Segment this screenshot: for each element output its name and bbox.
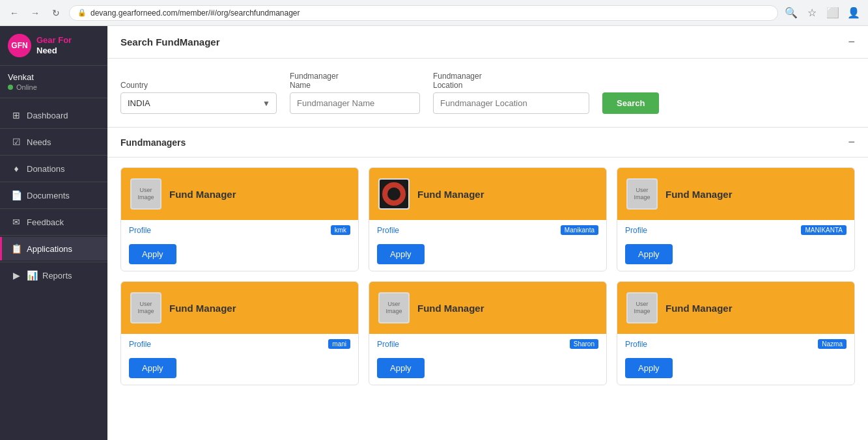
sidebar-item-applications[interactable]: 📋 Applications	[0, 237, 107, 260]
card-header-6: UserImage Fund Manager	[617, 282, 854, 334]
user-status: Online	[8, 83, 100, 91]
apply-button-1[interactable]: Apply	[129, 244, 176, 264]
username-badge-2: Manikanta	[561, 225, 598, 235]
card-header-4: UserImage Fund Manager	[121, 282, 358, 334]
apply-button-6[interactable]: Apply	[625, 358, 673, 378]
username-badge-6: Nazma	[818, 339, 847, 349]
sidebar-navigation: ⊞ Dashboard ☑ Needs ♦ Donations 📄 Docume…	[0, 98, 107, 440]
status-dot	[8, 85, 13, 90]
card-footer-1: Apply	[121, 240, 358, 271]
app-container: GFN Gear For Need Venkat Online ⊞ Dashbo…	[0, 26, 868, 440]
avatar-5: UserImage	[378, 292, 410, 323]
apply-button-3[interactable]: Apply	[625, 244, 673, 264]
browser-chrome: ← → ↻ 🔒 devang.gearforneed.com/member/#/…	[0, 0, 868, 26]
username-badge-3: MANIKANTA	[801, 225, 847, 235]
divider-1	[0, 128, 107, 129]
manager-name-5: Fund Manager	[417, 303, 484, 314]
profile-link-6[interactable]: Profile	[625, 340, 647, 349]
profile-icon-btn[interactable]: 👤	[846, 5, 861, 21]
country-select-wrapper: INDIA USA UK Canada Australia ▼	[120, 92, 277, 114]
dashboard-icon: ⊞	[11, 110, 21, 120]
card-footer-3: Apply	[617, 240, 854, 271]
status-text: Online	[16, 83, 37, 91]
search-form-section: Country INDIA USA UK Canada Australia ▼ …	[107, 59, 868, 128]
fundmanager-location-input[interactable]	[433, 92, 589, 114]
fund-card-4: UserImage Fund Manager Profile mani Appl…	[120, 281, 359, 385]
card-body-3: Profile MANIKANTA	[617, 220, 854, 240]
sidebar-item-documents[interactable]: 📄 Documents	[0, 184, 107, 207]
applications-icon: 📋	[11, 243, 21, 254]
manager-name-6: Fund Manager	[665, 303, 733, 314]
search-title: Search FundManager	[120, 36, 220, 48]
username-badge-1: kmk	[331, 225, 350, 235]
fund-card-2: Fund Manager Profile Manikanta Apply	[369, 167, 607, 271]
fund-card-5: UserImage Fund Manager Profile Sharon Ap…	[369, 281, 607, 385]
sidebar-label-reports: Reports	[42, 271, 72, 281]
card-header-1: UserImage Fund Manager	[121, 168, 358, 220]
fundmanagers-title: Fundmanagers	[120, 137, 186, 148]
card-footer-6: Apply	[617, 354, 854, 385]
donations-icon: ♦	[11, 163, 21, 174]
search-form: Country INDIA USA UK Canada Australia ▼ …	[120, 72, 855, 114]
fund-card-6: UserImage Fund Manager Profile Nazma App…	[617, 281, 855, 385]
sidebar-item-dashboard[interactable]: ⊞ Dashboard	[0, 103, 107, 127]
divider-2	[0, 155, 107, 156]
lock-icon: 🔒	[77, 8, 87, 17]
sidebar-label-documents: Documents	[27, 191, 70, 200]
logo-icon: GFN	[8, 34, 31, 57]
divider-6	[0, 262, 107, 262]
sidebar-label-donations: Donations	[27, 164, 65, 174]
sidebar-label-applications: Applications	[27, 244, 72, 254]
manager-name-2: Fund Manager	[417, 189, 484, 200]
refresh-button[interactable]: ↻	[48, 5, 64, 21]
sidebar-label-dashboard: Dashboard	[27, 111, 68, 120]
sidebar-item-feedback[interactable]: ✉ Feedback	[0, 210, 107, 234]
profile-link-3[interactable]: Profile	[625, 226, 647, 235]
apply-button-4[interactable]: Apply	[129, 358, 176, 378]
search-icon-btn[interactable]: 🔍	[783, 5, 799, 21]
avatar-4: UserImage	[130, 292, 161, 323]
sidebar-item-reports[interactable]: ▶ 📊 Reports	[0, 264, 107, 287]
split-icon-btn[interactable]: ⬜	[825, 5, 841, 21]
sidebar-item-needs[interactable]: ☑ Needs	[0, 130, 107, 154]
fundmanagers-close-button[interactable]: −	[848, 135, 855, 149]
feedback-icon: ✉	[11, 217, 21, 227]
fund-card-1: UserImage Fund Manager Profile kmk Apply	[120, 167, 359, 271]
address-bar[interactable]: 🔒 devang.gearforneed.com/member/#/org/se…	[69, 5, 778, 21]
card-header-2: Fund Manager	[369, 168, 606, 220]
card-footer-5: Apply	[369, 354, 606, 385]
profile-link-5[interactable]: Profile	[377, 340, 399, 349]
divider-4	[0, 208, 107, 209]
donut-shape	[382, 182, 406, 206]
fundmanager-location-label: FundmanagerLocation	[433, 72, 589, 90]
search-close-button[interactable]: −	[848, 35, 855, 49]
card-footer-4: Apply	[121, 354, 358, 385]
profile-link-4[interactable]: Profile	[129, 340, 151, 349]
apply-button-5[interactable]: Apply	[377, 358, 425, 378]
back-button[interactable]: ←	[7, 5, 22, 21]
user-info: Venkat Online	[0, 66, 107, 98]
profile-link-1[interactable]: Profile	[129, 226, 151, 235]
country-select[interactable]: INDIA USA UK Canada Australia	[120, 92, 277, 114]
forward-button[interactable]: →	[27, 5, 43, 21]
main-content: Search FundManager − Country INDIA USA U…	[107, 26, 868, 440]
user-name: Venkat	[8, 72, 100, 82]
logo-name-part1: Gear For	[36, 35, 72, 45]
apply-button-2[interactable]: Apply	[377, 244, 425, 264]
search-section-header: Search FundManager −	[107, 26, 868, 59]
needs-icon: ☑	[11, 137, 21, 147]
sidebar-item-donations[interactable]: ♦ Donations	[0, 157, 107, 180]
card-body-6: Profile Nazma	[617, 334, 854, 354]
fundmanagers-section: Fundmanagers − UserImage Fund Manager Pr…	[107, 128, 868, 395]
fundmanager-location-group: FundmanagerLocation	[433, 72, 589, 114]
profile-link-2[interactable]: Profile	[377, 226, 399, 235]
avatar-6: UserImage	[626, 292, 658, 323]
search-button[interactable]: Search	[602, 92, 659, 114]
sidebar-logo: GFN Gear For Need	[0, 26, 107, 66]
divider-3	[0, 182, 107, 182]
sidebar: GFN Gear For Need Venkat Online ⊞ Dashbo…	[0, 26, 107, 440]
fundmanager-name-input[interactable]	[290, 92, 420, 114]
avatar-3: UserImage	[626, 178, 658, 210]
manager-name-1: Fund Manager	[169, 189, 236, 200]
bookmark-icon-btn[interactable]: ☆	[804, 5, 820, 21]
